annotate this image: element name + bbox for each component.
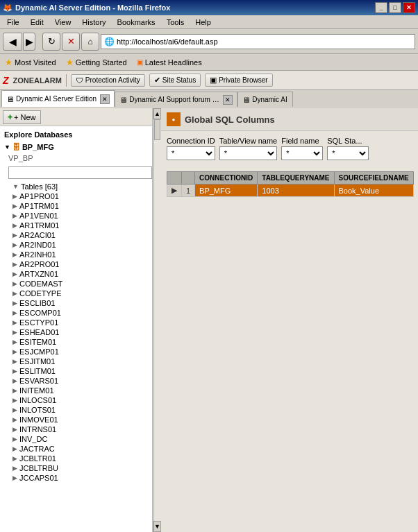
table-name: AP1VEN01 <box>19 212 58 220</box>
table-esclib01[interactable]: ▶ ESCLIB01 <box>0 298 152 308</box>
table-esjcmp01[interactable]: ▶ ESJCMP01 <box>0 347 152 357</box>
getting-started-bookmark[interactable]: ★ Getting Started <box>64 57 129 68</box>
refresh-button[interactable]: ↻ <box>42 33 60 51</box>
latest-headlines-bookmark[interactable]: ▣ Latest Headlines <box>135 58 204 67</box>
table-arrow-icon: ▶ <box>12 271 17 277</box>
table-codetype[interactable]: ▶ CODETYPE <box>0 289 152 298</box>
table-inlots01[interactable]: ▶ INLOTS01 <box>0 405 152 415</box>
tab2-close-button[interactable]: ✕ <box>223 95 233 105</box>
menu-history[interactable]: History <box>76 17 111 28</box>
tab3-label: Dynamic AI <box>252 96 287 103</box>
rss-icon: ▣ <box>137 58 143 66</box>
table-inlocs01[interactable]: ▶ INLOCS01 <box>0 395 152 405</box>
table-view-select[interactable]: * <box>219 146 278 160</box>
address-input[interactable] <box>117 37 412 46</box>
latest-headlines-label: Latest Headlines <box>145 58 202 67</box>
database-icon: 🗄 <box>12 143 20 151</box>
tab1-close-button[interactable]: ✕ <box>100 94 110 104</box>
table-inmove01[interactable]: ▶ INMOVE01 <box>0 415 152 424</box>
menu-help[interactable]: Help <box>190 17 217 28</box>
table-arrow-icon: ▶ <box>12 232 17 239</box>
left-panel-scrollbar: ▲ ▼ <box>153 108 161 532</box>
zonealarm-toolbar: Z ZONEALARM 🛡 Protection Activity ✔ Site… <box>0 71 418 90</box>
table-jcbltr01[interactable]: ▶ JCBLTR01 <box>0 454 152 463</box>
field-name-select[interactable]: * <box>281 146 323 160</box>
scroll-thumb[interactable] <box>154 119 160 140</box>
table-ap1pro01[interactable]: ▶ AP1PRO01 <box>0 191 152 201</box>
db-bp-mfg[interactable]: ▼ 🗄 BP_MFG <box>0 141 152 153</box>
table-escomp01[interactable]: ▶ ESCOMP01 <box>0 308 152 318</box>
right-panel: ● Global SQL Columns Connection ID * Tab… <box>161 108 418 532</box>
table-name: INITEM01 <box>19 386 54 395</box>
tables-section[interactable]: ▼ Tables [63] <box>0 182 152 191</box>
table-ar2inh01[interactable]: ▶ AR2INH01 <box>0 250 152 259</box>
table-ap1ven01[interactable]: ▶ AP1VEN01 <box>0 211 152 221</box>
tables-label: Tables [63] <box>21 182 58 191</box>
table-artxzn01[interactable]: ▶ ARTXZN01 <box>0 269 152 279</box>
form-col-table: Table/View name * <box>219 137 278 160</box>
tab-dynamic-ai-server[interactable]: 🖥 Dynamic AI Server Edition ✕ <box>1 90 115 107</box>
scroll-up-button[interactable]: ▲ <box>153 108 161 119</box>
db-vp-bp[interactable]: VP_BP <box>0 153 152 164</box>
table-row[interactable]: ▶ 1 BP_MFG 1003 Book_Value <box>167 185 413 197</box>
shield-icon: 🛡 <box>76 76 83 85</box>
table-search-input[interactable] <box>8 166 152 179</box>
table-arrow-icon: ▶ <box>12 329 17 336</box>
table-intrns01[interactable]: ▶ INTRNS01 <box>0 424 152 434</box>
tabbar: 🖥 Dynamic AI Server Edition ✕ 🖥 Dynamic … <box>0 90 418 108</box>
table-jactrac[interactable]: ▶ JACTRAC <box>0 444 152 454</box>
site-status-button[interactable]: ✔ Site Status <box>149 74 201 87</box>
table-ap1trm01[interactable]: ▶ AP1TRM01 <box>0 201 152 211</box>
menu-file[interactable]: File <box>1 17 25 28</box>
table-esitem01[interactable]: ▶ ESITEM01 <box>0 337 152 347</box>
table-name: ESJITM01 <box>19 357 55 366</box>
table-ar2ind01[interactable]: ▶ AR2IND01 <box>0 240 152 250</box>
forward-button[interactable]: ▶ <box>23 33 35 51</box>
minimize-button[interactable]: _ <box>375 2 387 13</box>
back-button[interactable]: ◀ <box>3 33 22 51</box>
sql-status-select[interactable]: * <box>327 146 369 160</box>
menu-tools[interactable]: Tools <box>161 17 190 28</box>
private-browser-button[interactable]: ▣ Private Browser <box>205 74 273 87</box>
stop-button[interactable]: ✕ <box>62 33 80 51</box>
table-ar1trm01[interactable]: ▶ AR1TRM01 <box>0 221 152 230</box>
table-eslitm01[interactable]: ▶ ESLITM01 <box>0 366 152 376</box>
close-button[interactable]: ✕ <box>403 2 415 13</box>
row-connection-id-cell: BP_MFG <box>195 185 258 197</box>
tab-support-forum[interactable]: 🖥 Dynamic AI Support forum • Post a repl… <box>115 92 237 107</box>
form-col-sql: SQL Sta... * <box>327 137 369 160</box>
home-button[interactable]: ⌂ <box>81 33 99 51</box>
results-table: CONNECTIONID TABLEQUERYNAME SOURCEFIELDN… <box>167 171 414 197</box>
most-visited-bookmark[interactable]: ★ Most Visited <box>3 57 58 68</box>
table-codemast[interactable]: ▶ CODEMAST <box>0 279 152 289</box>
table-eshead01[interactable]: ▶ ESHEAD01 <box>0 327 152 337</box>
table-arrow-icon: ▶ <box>12 251 17 258</box>
panel-toolbar: + + New <box>0 108 152 126</box>
table-ar2aci01[interactable]: ▶ AR2ACI01 <box>0 230 152 240</box>
connection-id-select[interactable]: * <box>167 146 215 160</box>
table-name: AR1TRM01 <box>19 221 59 230</box>
address-bar-wrapper: 🌐 <box>101 34 415 49</box>
table-jcbltrbu[interactable]: ▶ JCBLTRBU <box>0 463 152 473</box>
table-ar2pro01[interactable]: ▶ AR2PRO01 <box>0 259 152 269</box>
table-arrow-icon: ▶ <box>12 241 17 248</box>
table-initem01[interactable]: ▶ INITEM01 <box>0 386 152 395</box>
table-inv-dc[interactable]: ▶ INV_DC <box>0 434 152 444</box>
stop-icon: ✕ <box>67 36 75 46</box>
table-jccaps01[interactable]: ▶ JCCAPS01 <box>0 473 152 483</box>
menu-bookmarks[interactable]: Bookmarks <box>112 17 161 28</box>
new-button-label: + New <box>14 113 36 121</box>
maximize-button[interactable]: □ <box>389 2 401 13</box>
table-arrow-icon: ▶ <box>12 416 17 423</box>
scroll-down-button[interactable]: ▼ <box>153 521 161 532</box>
menu-edit[interactable]: Edit <box>25 17 49 28</box>
table-arrow-icon: ▶ <box>12 368 17 375</box>
table-esjitm01[interactable]: ▶ ESJITM01 <box>0 357 152 366</box>
table-esvars01[interactable]: ▶ ESVARS01 <box>0 376 152 386</box>
tab-dynamic-ai[interactable]: 🖥 Dynamic AI <box>237 92 293 107</box>
new-button[interactable]: + + New <box>3 110 41 124</box>
protection-activity-button[interactable]: 🛡 Protection Activity <box>71 74 145 87</box>
menu-view[interactable]: View <box>49 17 77 28</box>
table-esctyp01[interactable]: ▶ ESCTYP01 <box>0 318 152 327</box>
table-arrow-icon: ▶ <box>12 397 17 404</box>
